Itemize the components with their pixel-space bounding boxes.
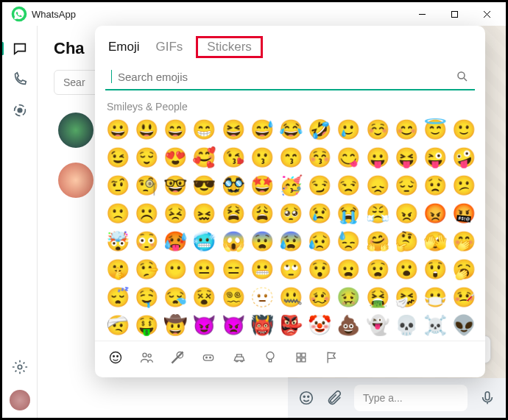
emoji-item[interactable]: 💩 (335, 313, 362, 338)
category-travel-icon[interactable] (232, 350, 247, 365)
emoji-item[interactable]: 😌 (133, 145, 160, 170)
emoji-item[interactable]: 😅 (248, 117, 275, 142)
calls-nav-icon[interactable] (12, 71, 28, 88)
emoji-item[interactable]: 😵‍💫 (219, 285, 247, 310)
emoji-item[interactable]: 😖 (191, 201, 218, 226)
emoji-item[interactable]: 😷 (422, 285, 449, 310)
emoji-item[interactable]: 😔 (392, 173, 420, 198)
emoji-item[interactable]: 😎 (191, 173, 218, 198)
emoji-item[interactable]: 😯 (306, 257, 334, 282)
emoji-item[interactable]: 🤤 (133, 285, 160, 310)
settings-gear-icon[interactable] (12, 359, 28, 375)
attach-icon[interactable] (326, 390, 342, 406)
emoji-item[interactable]: 😢 (306, 201, 334, 226)
emoji-item[interactable]: 😕 (451, 173, 478, 198)
emoji-item[interactable]: 😘 (219, 145, 247, 170)
emoji-item[interactable]: 😪 (161, 285, 188, 310)
chats-nav-icon[interactable] (12, 40, 28, 57)
emoji-item[interactable]: 🤭 (451, 229, 478, 254)
emoji-item[interactable]: 👻 (364, 313, 391, 338)
emoji-item[interactable]: 😧 (364, 257, 391, 282)
emoji-item[interactable]: 😥 (306, 229, 334, 254)
emoji-item[interactable]: 😭 (335, 201, 362, 226)
emoji-item[interactable]: 🙁 (104, 201, 131, 226)
emoji-item[interactable]: 😓 (335, 229, 362, 254)
emoji-item[interactable]: 🙄 (277, 257, 304, 282)
emoji-item[interactable]: 😆 (219, 117, 247, 142)
emoji-item[interactable]: 😤 (364, 201, 391, 226)
emoji-item[interactable]: 😑 (219, 257, 247, 282)
emoji-item[interactable]: 🤨 (104, 173, 131, 198)
emoji-item[interactable]: 👺 (277, 313, 304, 338)
emoji-item[interactable]: ☠️ (422, 313, 449, 338)
emoji-item[interactable]: 😄 (161, 117, 188, 142)
emoji-item[interactable]: 🤣 (306, 117, 334, 142)
emoji-item[interactable]: 🥰 (191, 145, 218, 170)
message-input[interactable]: Type a... (354, 385, 468, 411)
mic-icon[interactable] (479, 390, 495, 406)
category-symbols-icon[interactable] (294, 350, 308, 365)
emoji-item[interactable]: 😫 (219, 201, 247, 226)
emoji-item[interactable]: 😂 (277, 117, 304, 142)
emoji-item[interactable]: 😁 (191, 117, 218, 142)
emoji-item[interactable]: 😙 (277, 145, 304, 170)
emoji-item[interactable]: 😍 (161, 145, 188, 170)
emoji-item[interactable]: 🥶 (191, 229, 218, 254)
emoji-item[interactable]: 🤢 (335, 285, 362, 310)
profile-avatar[interactable] (10, 390, 30, 410)
emoji-item[interactable]: 😴 (104, 285, 131, 310)
emoji-item[interactable]: 😩 (248, 201, 275, 226)
category-flags-icon[interactable] (325, 350, 339, 365)
emoji-item[interactable]: 🤯 (104, 229, 131, 254)
emoji-item[interactable]: 🤑 (133, 313, 160, 338)
emoji-item[interactable]: 🤩 (248, 173, 275, 198)
emoji-item[interactable]: 🤧 (392, 285, 420, 310)
emoji-item[interactable]: 🤒 (451, 285, 478, 310)
emoji-item[interactable]: 🤓 (161, 173, 188, 198)
emoji-item[interactable]: 🥴 (306, 285, 334, 310)
window-minimize-button[interactable] (406, 4, 438, 24)
window-close-button[interactable] (470, 4, 503, 24)
emoji-item[interactable]: 😬 (248, 257, 275, 282)
emoji-item[interactable]: 😇 (422, 117, 449, 142)
emoji-item[interactable]: 😵 (191, 285, 218, 310)
emoji-item[interactable]: 🥵 (161, 229, 188, 254)
emoji-item[interactable]: 🫣 (422, 229, 449, 254)
emoji-search-field[interactable] (118, 71, 450, 83)
emoji-item[interactable]: 😛 (364, 145, 391, 170)
emoji-item[interactable]: 🥸 (219, 173, 247, 198)
emoji-item[interactable]: 😱 (219, 229, 247, 254)
emoji-item[interactable]: 😒 (335, 173, 362, 198)
emoji-item[interactable]: 😚 (306, 145, 334, 170)
emoji-item[interactable]: 😉 (104, 145, 131, 170)
category-smileys-icon[interactable] (108, 350, 123, 365)
emoji-item[interactable]: 🥲 (335, 117, 362, 142)
emoji-item[interactable]: 🤕 (104, 313, 131, 338)
emoji-item[interactable]: 😠 (392, 201, 420, 226)
emoji-item[interactable]: 🤠 (161, 313, 188, 338)
category-food-icon[interactable] (170, 350, 185, 365)
emoji-item[interactable]: 😰 (277, 229, 304, 254)
emoji-search-input[interactable] (105, 64, 475, 90)
emoji-item[interactable]: 🤡 (306, 313, 334, 338)
emoji-item[interactable]: 🥱 (451, 257, 478, 282)
emoji-item[interactable]: 😐 (191, 257, 218, 282)
emoji-item[interactable]: 😦 (335, 257, 362, 282)
emoji-item[interactable]: 🧐 (133, 173, 160, 198)
emoji-item[interactable]: 🤗 (364, 229, 391, 254)
emoji-item[interactable]: 😝 (392, 145, 420, 170)
emoji-item[interactable]: 😨 (248, 229, 275, 254)
status-nav-icon[interactable] (12, 102, 28, 118)
emoji-item[interactable]: 🤪 (451, 145, 478, 170)
emoji-picker-icon[interactable] (298, 390, 314, 406)
window-maximize-button[interactable] (438, 4, 470, 24)
emoji-item[interactable]: 😊 (392, 117, 420, 142)
emoji-item[interactable]: 😈 (191, 313, 218, 338)
tab-gifs[interactable]: GIFs (156, 40, 183, 54)
emoji-item[interactable]: 😟 (422, 173, 449, 198)
emoji-item[interactable]: 👹 (248, 313, 275, 338)
emoji-item[interactable]: 🤔 (392, 229, 420, 254)
emoji-item[interactable]: 🤫 (104, 257, 131, 282)
emoji-item[interactable]: 💀 (392, 313, 420, 338)
category-objects-icon[interactable] (263, 350, 278, 365)
